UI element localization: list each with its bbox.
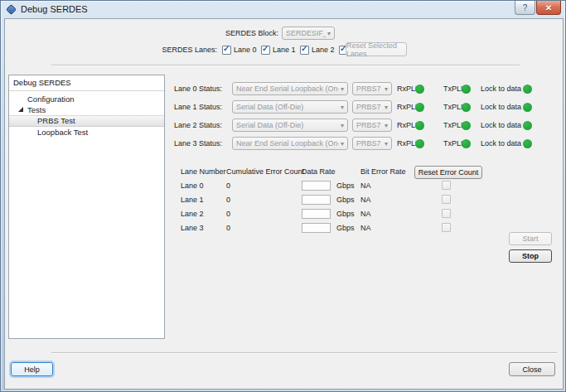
checkbox-checked-icon: ✓ [300, 46, 309, 55]
prbs-table-row: Lane 2 0 Gbps NA [5, 208, 563, 220]
lane0-data-rate-input[interactable] [302, 181, 331, 191]
lane2-data-rate-input[interactable] [302, 209, 331, 219]
lane0-checkbox[interactable]: ✓ Lane 0 [222, 43, 257, 56]
lane-name: Lane 1 [181, 194, 204, 206]
help-button[interactable]: Help [11, 362, 53, 376]
chevron-down-icon: ▾ [341, 85, 344, 93]
serdes-block-label: SERDES Block: [154, 27, 278, 40]
dialog-client-area: SERDES Block: SERDESIF_0 ▾ SERDES Lanes:… [4, 18, 564, 390]
rxpll-status-indicator [415, 85, 424, 94]
help-icon: ? [523, 3, 528, 12]
prbs-table-header: Lane Number Cumulative Error Count Data … [5, 166, 563, 179]
txpll-status-indicator [462, 103, 471, 112]
stop-button[interactable]: Stop [509, 249, 552, 263]
lane1-pattern-dropdown[interactable]: PRBS7 ▾ [352, 100, 392, 114]
lane2-checkbox[interactable]: ✓ Lane 2 [300, 43, 335, 56]
titlebar-help-button[interactable]: ? [515, 1, 535, 15]
lane0-status-row: Lane 0 Status: Near End Serial Loopback … [5, 80, 563, 98]
prbs-table-row: Lane 0 0 Gbps NA [5, 180, 563, 192]
cumulative-error-count-value: 0 [226, 208, 230, 220]
prbs-table-row: Lane 3 0 Gbps NA [5, 222, 563, 235]
lane0-loopback-dropdown[interactable]: Near End Serial Loopback (On-Die) ▾ [232, 82, 348, 95]
lane-name: Lane 0 [181, 180, 204, 191]
lane2-status-row: Lane 2 Status: Serial Data (Off-Die) ▾ P… [5, 116, 563, 134]
lock-status-indicator [523, 85, 532, 94]
lane1-status-label: Lane 1 Status: [129, 98, 222, 116]
window-title: Debug SERDES [21, 1, 88, 18]
lane3-status-row: Lane 3 Status: Near End Serial Loopback … [5, 134, 563, 152]
txpll-status-indicator [462, 139, 471, 148]
chevron-down-icon: ▾ [385, 140, 388, 148]
data-rate-unit: Gbps [336, 222, 355, 234]
reset-error-count-button[interactable]: Reset Error Count [414, 166, 482, 179]
chevron-down-icon: ▾ [341, 104, 344, 111]
serdes-lanes-label: SERDES Lanes: [88, 43, 217, 56]
lane3-status-label: Lane 3 Status: [129, 134, 222, 152]
data-rate-unit: Gbps [336, 194, 355, 206]
chevron-down-icon: ▾ [385, 104, 388, 111]
checkbox-checked-icon: ✓ [222, 46, 231, 55]
cumulative-error-count-value: 0 [226, 222, 230, 234]
txpll-status-indicator [462, 121, 471, 130]
serdes-block-dropdown[interactable]: SERDESIF_0 ▾ [282, 27, 335, 40]
lane1-checkbox[interactable]: ✓ Lane 1 [261, 43, 296, 56]
lane3-pattern-dropdown[interactable]: PRBS7 ▾ [352, 137, 392, 150]
close-button[interactable]: Close [509, 362, 555, 376]
txpll-status-indicator [462, 85, 471, 94]
lane0-status-label: Lane 0 Status: [129, 80, 222, 98]
cumulative-error-count-value: 0 [226, 194, 230, 206]
app-icon [6, 4, 17, 15]
lane1-status-row: Lane 1 Status: Serial Data (Off-Die) ▾ P… [5, 98, 563, 116]
titlebar[interactable]: Debug SERDES ? ✕ [1, 1, 565, 18]
top-separator [51, 65, 520, 66]
bit-error-rate-value: NA [360, 208, 371, 220]
col-bit-error-rate: Bit Error Rate [360, 167, 406, 176]
col-cumulative-error-count: Cumulative Error Count [226, 167, 304, 176]
bit-error-rate-value: NA [360, 180, 371, 191]
lane2-loopback-dropdown[interactable]: Serial Data (Off-Die) ▾ [232, 119, 348, 132]
lock-status-indicator [523, 121, 532, 130]
close-icon: ✕ [545, 3, 552, 12]
chevron-down-icon: ▾ [341, 140, 344, 148]
lane0-reset-error-checkbox[interactable] [442, 181, 451, 190]
checkbox-checked-icon: ✓ [261, 46, 270, 55]
serdes-block-value: SERDESIF_0 [286, 29, 326, 37]
chevron-down-icon: ▾ [341, 122, 344, 129]
lock-to-data-label: Lock to data [481, 80, 521, 98]
lane3-reset-error-checkbox[interactable] [442, 223, 451, 232]
lane0-pattern-dropdown[interactable]: PRBS7 ▾ [352, 82, 392, 95]
lock-status-indicator [523, 103, 532, 112]
bottom-separator [51, 352, 557, 354]
lane3-data-rate-input[interactable] [302, 223, 331, 233]
cumulative-error-count-value: 0 [226, 180, 230, 191]
lane0-checkbox-label: Lane 0 [234, 46, 257, 54]
lock-to-data-label: Lock to data [481, 134, 521, 152]
lock-status-indicator [523, 139, 532, 148]
titlebar-close-button[interactable]: ✕ [536, 1, 561, 15]
debug-serdes-window: Debug SERDES ? ✕ SERDES Block: SERDESIF_… [0, 0, 566, 392]
chevron-down-icon: ▾ [385, 122, 388, 129]
lock-to-data-label: Lock to data [481, 98, 521, 116]
lane1-reset-error-checkbox[interactable] [442, 195, 451, 204]
lock-to-data-label: Lock to data [481, 116, 521, 134]
col-lane-number: Lane Number [181, 167, 226, 176]
reset-selected-lanes-button[interactable]: Reset Selected Lanes [346, 42, 407, 56]
data-rate-unit: Gbps [336, 208, 355, 220]
lane1-data-rate-input[interactable] [302, 195, 331, 205]
rxpll-status-indicator [415, 121, 424, 130]
bit-error-rate-value: NA [360, 194, 371, 206]
lane2-pattern-dropdown[interactable]: PRBS7 ▾ [352, 119, 392, 132]
lane1-checkbox-label: Lane 1 [273, 46, 296, 54]
start-button[interactable]: Start [509, 232, 552, 245]
prbs-table-row: Lane 1 0 Gbps NA [5, 194, 563, 206]
lane3-loopback-dropdown[interactable]: Near End Serial Loopback (On-Die) ▾ [232, 137, 348, 150]
data-rate-unit: Gbps [336, 180, 355, 191]
col-data-rate: Data Rate [302, 167, 336, 176]
lane2-reset-error-checkbox[interactable] [442, 209, 451, 218]
bit-error-rate-value: NA [360, 222, 371, 234]
rxpll-status-indicator [415, 139, 424, 148]
lane1-loopback-dropdown[interactable]: Serial Data (Off-Die) ▾ [232, 100, 348, 114]
lane2-status-label: Lane 2 Status: [129, 116, 222, 134]
rxpll-status-indicator [415, 103, 424, 112]
lane-name: Lane 2 [181, 208, 204, 220]
